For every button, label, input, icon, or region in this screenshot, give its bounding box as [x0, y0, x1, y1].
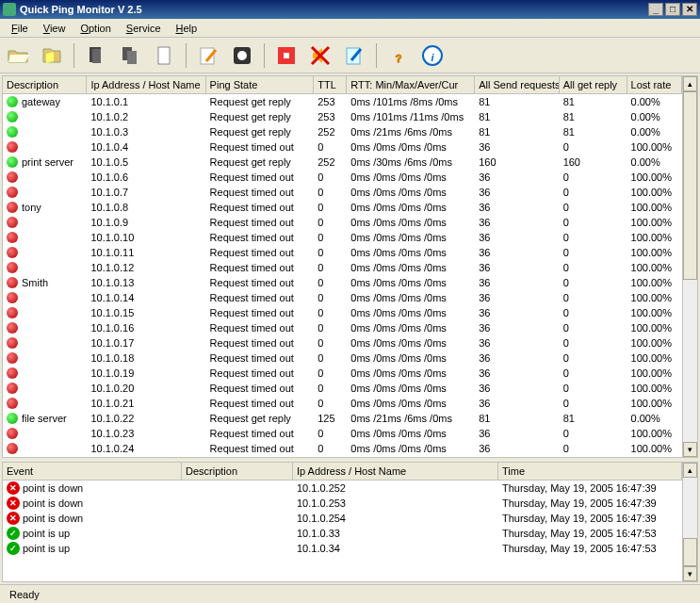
- cell-rtt: 0ms /0ms /0ms /0ms: [347, 337, 475, 349]
- cell-rtt: 0ms /0ms /0ms /0ms: [347, 292, 475, 303]
- event-scroll-thumb[interactable]: [683, 538, 697, 566]
- table-row[interactable]: 10.1.0.4Request timed out00ms /0ms /0ms …: [3, 139, 682, 155]
- col-rtt[interactable]: RTT: Min/Max/Aver/Cur: [347, 76, 475, 93]
- mute-button[interactable]: [306, 41, 334, 70]
- cell-ttl: 0: [314, 443, 347, 454]
- menu-file[interactable]: File: [4, 21, 36, 36]
- table-row[interactable]: 10.1.0.19Request timed out00ms /0ms /0ms…: [3, 366, 682, 381]
- table-row[interactable]: 10.1.0.20Request timed out00ms /0ms /0ms…: [3, 381, 682, 396]
- scroll-down-button[interactable]: ▾: [683, 442, 697, 457]
- table-row[interactable]: 10.1.0.3Request get reply2520ms /21ms /6…: [3, 124, 682, 139]
- svg-point-7: [237, 51, 247, 60]
- table-row[interactable]: 10.1.0.15Request timed out00ms /0ms /0ms…: [3, 305, 682, 320]
- cell-rtt: 0ms /0ms /0ms /0ms: [347, 202, 475, 213]
- cell-lost: 100.00%: [627, 187, 682, 198]
- col-send[interactable]: All Send requests: [475, 76, 559, 93]
- table-row[interactable]: 10.1.0.12Request timed out00ms /0ms /0ms…: [3, 260, 682, 275]
- event-scroll-down-button[interactable]: ▾: [683, 566, 697, 581]
- help-button[interactable]: ?: [384, 41, 413, 70]
- close-button[interactable]: ✕: [682, 3, 697, 16]
- table-row[interactable]: Smith10.1.0.13Request timed out00ms /0ms…: [3, 275, 682, 290]
- ecol-time[interactable]: Time: [498, 463, 682, 480]
- cell-ttl: 0: [314, 428, 347, 439]
- event-row[interactable]: ✕point is down10.1.0.254Thursday, May 19…: [3, 511, 682, 526]
- about-button[interactable]: i: [418, 41, 447, 70]
- scroll-thumb[interactable]: [683, 91, 697, 280]
- table-row[interactable]: 10.1.0.9Request timed out00ms /0ms /0ms …: [3, 215, 682, 230]
- cell-send: 36: [475, 262, 559, 273]
- cell-lost: 0.00%: [627, 413, 682, 424]
- main-scrollbar[interactable]: ▴ ▾: [682, 76, 697, 457]
- table-row[interactable]: 10.1.0.2Request get reply2530ms /101ms /…: [3, 109, 682, 124]
- cell-rtt: 0ms /0ms /0ms /0ms: [347, 217, 475, 228]
- ecol-event[interactable]: Event: [3, 463, 182, 480]
- cell-state: Request timed out: [206, 398, 315, 409]
- table-row[interactable]: 10.1.0.10Request timed out00ms /0ms /0ms…: [3, 230, 682, 245]
- notepad-button[interactable]: [194, 41, 222, 70]
- save-button[interactable]: [38, 41, 66, 70]
- event-row[interactable]: ✓point is up10.1.0.34Thursday, May 19, 2…: [3, 541, 682, 556]
- cell-state: Request timed out: [206, 307, 315, 318]
- table-row[interactable]: 10.1.0.17Request timed out00ms /0ms /0ms…: [3, 335, 682, 350]
- table-row[interactable]: 10.1.0.6Request timed out00ms /0ms /0ms …: [3, 170, 682, 185]
- event-row[interactable]: ✓point is up10.1.0.33Thursday, May 19, 2…: [3, 526, 682, 541]
- table-row[interactable]: print server10.1.0.5Request get reply252…: [3, 155, 682, 170]
- status-dot-icon: [7, 232, 18, 243]
- col-state[interactable]: Ping State: [206, 76, 315, 93]
- status-dot-icon: [7, 187, 18, 198]
- table-row[interactable]: tony10.1.0.8Request timed out00ms /0ms /…: [3, 200, 682, 215]
- scroll-up-button[interactable]: ▴: [683, 76, 697, 91]
- cell-lost: 100.00%: [627, 398, 682, 409]
- col-lost[interactable]: Lost rate: [627, 76, 682, 93]
- cell-reply: 0: [560, 277, 627, 288]
- table-row[interactable]: 10.1.0.14Request timed out00ms /0ms /0ms…: [3, 290, 682, 305]
- cell-rtt: 0ms /0ms /0ms /0ms: [347, 141, 475, 153]
- table-row[interactable]: gateway10.1.0.1Request get reply2530ms /…: [3, 94, 682, 109]
- cell-send: 36: [475, 247, 559, 258]
- cell-ip: 10.1.0.18: [87, 352, 205, 364]
- status-dot-icon: [7, 247, 18, 258]
- cell-reply: 0: [560, 217, 627, 228]
- page-button[interactable]: [150, 41, 178, 70]
- new-doc-button[interactable]: [82, 41, 110, 70]
- open-folder-button[interactable]: [4, 41, 32, 70]
- event-status-icon: ✕: [7, 497, 20, 510]
- stop-button[interactable]: [272, 41, 301, 70]
- titlebar[interactable]: Quick Ping Monitor V 2.5 _ □ ✕: [0, 0, 700, 19]
- cell-lost: 0.00%: [627, 96, 682, 107]
- col-reply[interactable]: All get reply: [560, 76, 627, 93]
- col-ip[interactable]: Ip Address / Host Name: [87, 76, 205, 93]
- menu-option[interactable]: Option: [73, 21, 118, 36]
- event-scroll-up-button[interactable]: ▴: [683, 463, 697, 478]
- cell-state: Request get reply: [206, 96, 315, 107]
- table-row[interactable]: file server10.1.0.22Request get reply125…: [3, 411, 682, 426]
- maximize-button[interactable]: □: [665, 3, 680, 16]
- table-row[interactable]: 10.1.0.16Request timed out00ms /0ms /0ms…: [3, 320, 682, 335]
- event-row[interactable]: ✕point is down10.1.0.252Thursday, May 19…: [3, 481, 682, 496]
- table-row[interactable]: 10.1.0.18Request timed out00ms /0ms /0ms…: [3, 350, 682, 366]
- cell-state: Request timed out: [206, 292, 315, 303]
- svg-rect-1: [92, 49, 101, 63]
- menu-service[interactable]: Service: [119, 21, 169, 36]
- status-dot-icon: [7, 277, 18, 288]
- copy-button[interactable]: [116, 41, 144, 70]
- ecol-ip[interactable]: Ip Address / Host Name: [293, 463, 498, 480]
- event-status-icon: ✕: [7, 481, 20, 495]
- table-row[interactable]: 10.1.0.21Request timed out00ms /0ms /0ms…: [3, 396, 682, 411]
- menu-view[interactable]: View: [36, 21, 73, 36]
- table-row[interactable]: 10.1.0.7Request timed out00ms /0ms /0ms …: [3, 185, 682, 200]
- event-scrollbar[interactable]: ▴ ▾: [682, 463, 697, 581]
- ecol-desc[interactable]: Description: [182, 463, 293, 480]
- cell-ttl: 125: [314, 413, 347, 424]
- col-description[interactable]: Description: [3, 76, 87, 93]
- event-row[interactable]: ✕point is down10.1.0.253Thursday, May 19…: [3, 496, 682, 511]
- table-row[interactable]: 10.1.0.23Request timed out00ms /0ms /0ms…: [3, 426, 682, 441]
- col-ttl[interactable]: TTL: [314, 76, 347, 93]
- settings-button[interactable]: [228, 41, 256, 70]
- minimize-button[interactable]: _: [648, 3, 663, 16]
- table-row[interactable]: 10.1.0.24Request timed out00ms /0ms /0ms…: [3, 441, 682, 456]
- menu-help[interactable]: Help: [169, 21, 205, 36]
- status-dot-icon: [7, 126, 18, 138]
- table-row[interactable]: 10.1.0.11Request timed out00ms /0ms /0ms…: [3, 245, 682, 260]
- edit-button[interactable]: [340, 41, 368, 70]
